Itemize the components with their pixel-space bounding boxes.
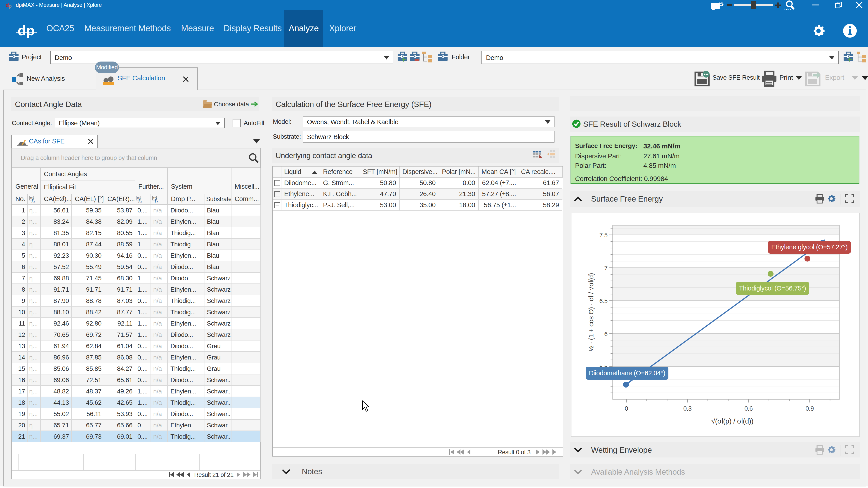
svg-text:6: 6 — [604, 331, 608, 338]
svg-text:6.5: 6.5 — [599, 298, 608, 305]
svg-text:0.9: 0.9 — [806, 405, 814, 412]
svg-text:½ · (1 + cos Θ) · σl / √σl(d): ½ · (1 + cos Θ) · σl / √σl(d) — [587, 273, 595, 351]
svg-text:0: 0 — [625, 405, 628, 412]
svg-text:0.3: 0.3 — [683, 405, 692, 412]
svg-text:7: 7 — [604, 265, 608, 272]
svg-text:√(σl(p) / σl(d)): √(σl(p) / σl(d)) — [711, 417, 753, 425]
svg-text:0.6: 0.6 — [744, 405, 753, 412]
svg-text:7.5: 7.5 — [599, 232, 608, 239]
